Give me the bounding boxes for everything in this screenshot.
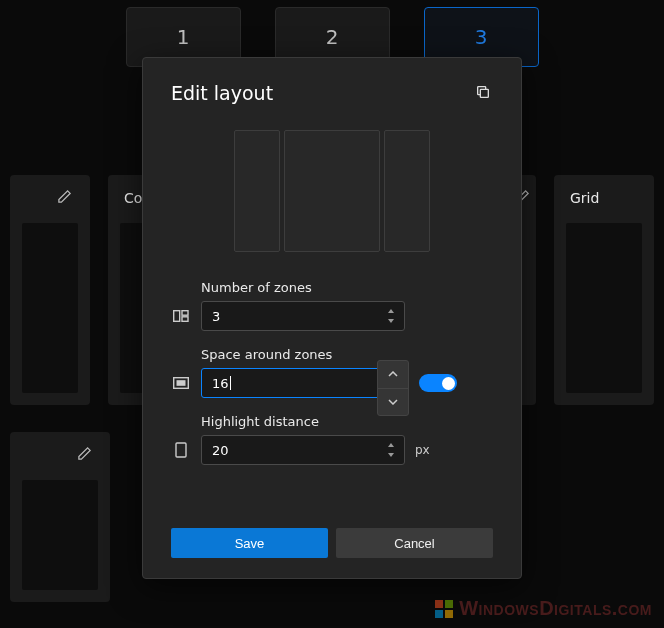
pencil-icon <box>57 189 72 204</box>
field-number-of-zones: Number of zones 3 <box>171 280 493 331</box>
toggle-knob <box>442 377 455 390</box>
svg-rect-6 <box>176 443 186 457</box>
field-label: Space around zones <box>201 347 493 362</box>
preview-zone <box>234 130 280 252</box>
watermark: WindowsDigitals.com <box>435 597 652 620</box>
space-toggle[interactable] <box>419 374 457 392</box>
dialog-title: Edit layout <box>171 82 273 104</box>
pencil-icon <box>77 446 92 461</box>
text-caret <box>230 376 231 390</box>
cancel-button[interactable]: Cancel <box>336 528 493 558</box>
windows-logo-icon <box>435 600 453 618</box>
edit-layout-dialog: Edit layout Number of zones 3 <box>142 57 522 579</box>
layout-preview <box>171 130 493 252</box>
svg-rect-0 <box>480 89 488 97</box>
svg-rect-2 <box>182 311 188 316</box>
highlight-input[interactable]: 20 <box>201 435 405 465</box>
space-input[interactable]: 16 ✕ <box>201 368 405 398</box>
duplicate-button[interactable] <box>473 82 493 102</box>
field-space-around-zones: Space around zones 16 ✕ <box>171 347 493 398</box>
svg-rect-1 <box>174 311 180 322</box>
template-card-grid[interactable]: Grid <box>554 175 654 405</box>
input-value: 16 <box>212 376 229 391</box>
template-card-label: Grid <box>570 190 599 206</box>
template-card[interactable] <box>10 432 110 602</box>
step-up-button[interactable] <box>378 361 408 388</box>
svg-rect-3 <box>182 317 188 322</box>
input-value: 3 <box>212 309 220 324</box>
zones-icon <box>171 310 191 322</box>
field-label: Highlight distance <box>201 414 493 429</box>
template-card[interactable] <box>10 175 90 405</box>
unit-label: px <box>415 443 430 457</box>
field-highlight-distance: Highlight distance 20 px <box>171 414 493 465</box>
highlight-icon <box>171 442 191 458</box>
space-icon <box>171 377 191 389</box>
input-value: 20 <box>212 443 229 458</box>
step-down-button[interactable] <box>378 388 408 416</box>
watermark-text: WindowsDigitals.com <box>459 597 652 620</box>
preview-zone <box>284 130 380 252</box>
save-button[interactable]: Save <box>171 528 328 558</box>
svg-rect-5 <box>177 380 186 386</box>
field-label: Number of zones <box>201 280 493 295</box>
spinner-icon[interactable] <box>386 443 396 457</box>
space-stepper <box>377 360 409 416</box>
spinner-icon[interactable] <box>386 309 396 323</box>
zones-input[interactable]: 3 <box>201 301 405 331</box>
preview-zone <box>384 130 430 252</box>
